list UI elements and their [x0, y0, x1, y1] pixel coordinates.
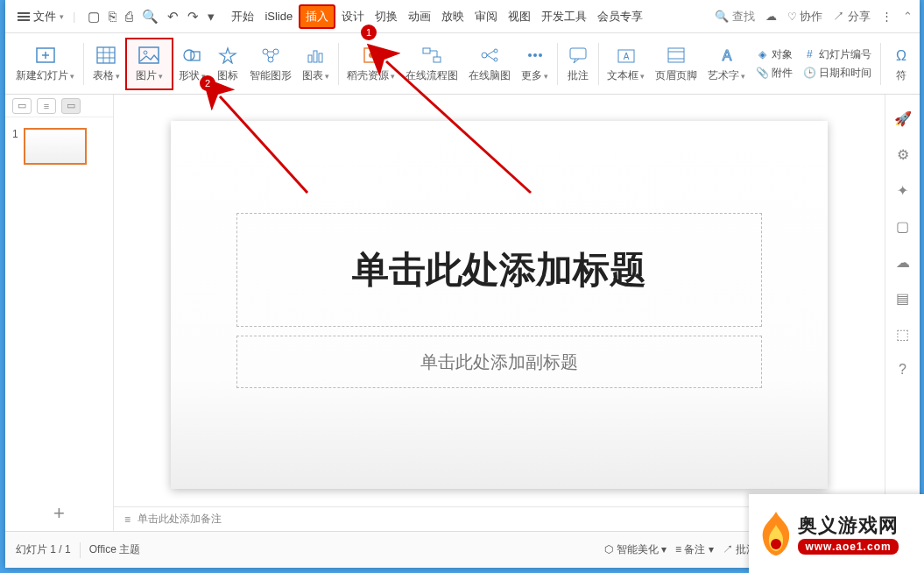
slidenum-button[interactable]: #幻灯片编号 [803, 47, 871, 62]
mindmap-button[interactable]: 在线脑图 [463, 38, 516, 90]
rail-layers-icon[interactable]: ▢ [896, 218, 909, 235]
tab-view[interactable]: 视图 [504, 5, 535, 28]
canvas[interactable]: 单击此处添加标题 单击此处添加副标题 [114, 95, 885, 531]
title-placeholder[interactable]: 单击此处添加标题 [236, 213, 762, 327]
datetime-button[interactable]: 🕒日期和时间 [803, 66, 871, 81]
flowchart-button[interactable]: 在线流程图 [400, 38, 463, 90]
more-menu-icon[interactable]: ⋮ [881, 10, 892, 23]
picture-button[interactable]: 图片▾ [125, 38, 173, 90]
panel-tab-thumbnails[interactable]: ▭ [12, 98, 32, 114]
app-window: 文件 ▾ | ▢ ⎘ ⎙ 🔍 ↶ ↷ ▾ 开始 iSlide 插入 设计 切换 … [5, 0, 920, 568]
slide-panel: ▭ ≡ ▭ 1 + [5, 95, 114, 531]
add-slide-button[interactable]: + [5, 496, 113, 531]
quick-access-toolbar: ▢ ⎘ ⎙ 🔍 ↶ ↷ ▾ [88, 9, 215, 25]
svg-rect-22 [434, 57, 441, 62]
preview-icon[interactable]: 🔍 [142, 9, 159, 25]
panel-tab-slides[interactable]: ▭ [61, 98, 81, 114]
subtitle-placeholder[interactable]: 单击此处添加副标题 [236, 336, 762, 388]
svg-point-27 [533, 53, 537, 57]
chart-button[interactable]: 图表▾ [297, 38, 335, 90]
panel-tab-outline[interactable]: ≡ [37, 98, 56, 114]
rail-help-icon[interactable]: ? [899, 362, 906, 378]
svg-rect-18 [319, 53, 322, 62]
tab-islide[interactable]: iSlide [260, 6, 297, 26]
ribbon-small-group-2: #幻灯片编号 🕒日期和时间 [798, 47, 877, 81]
callout-badge-2: 2 [200, 75, 215, 91]
textbox-icon: A [615, 44, 638, 67]
tab-transition[interactable]: 切换 [370, 5, 402, 28]
file-menu-button[interactable]: 文件 ▾ [12, 5, 69, 28]
wordart-button[interactable]: A 艺术字▾ [702, 38, 751, 90]
collab-button[interactable]: ♡ 协作 [787, 9, 822, 25]
icon-button[interactable]: 图标 [211, 38, 244, 90]
thumbnail-item[interactable]: 1 [12, 128, 106, 165]
comment-button[interactable]: 批注 [561, 38, 595, 90]
tab-slideshow[interactable]: 放映 [437, 5, 469, 28]
tab-devtools[interactable]: 开发工具 [537, 5, 591, 28]
tab-design[interactable]: 设计 [337, 5, 369, 28]
smartart-button[interactable]: 智能图形 [244, 38, 297, 90]
symbol-button[interactable]: Ω 符 [885, 38, 914, 90]
undo-icon[interactable]: ↶ [167, 9, 179, 25]
search-box[interactable]: 🔍 查找 [715, 9, 755, 25]
smartart-label: 智能图形 [250, 68, 292, 83]
headerfooter-button[interactable]: 页眉页脚 [650, 38, 702, 90]
docer-button[interactable]: 稻壳资源▾ [342, 38, 400, 90]
svg-rect-29 [570, 48, 586, 59]
more-button[interactable]: 更多▾ [516, 38, 554, 90]
flowchart-label: 在线流程图 [406, 68, 458, 83]
new-slide-icon [34, 44, 57, 67]
new-slide-label: 新建幻灯片 [16, 68, 68, 83]
svg-point-25 [494, 58, 497, 61]
rail-cube-icon[interactable]: ⬚ [896, 326, 909, 343]
thumbnails-list: 1 [5, 117, 113, 496]
wordart-icon: A [716, 44, 738, 67]
table-button[interactable]: 表格▾ [88, 38, 125, 90]
svg-rect-21 [423, 48, 430, 53]
rail-rocket-icon[interactable]: 🚀 [894, 110, 912, 127]
share-button[interactable]: ↗ 分享 [833, 9, 871, 25]
slidenum-icon: # [803, 48, 815, 60]
wordart-label: 艺术字 [708, 68, 739, 83]
tab-start[interactable]: 开始 [227, 5, 258, 28]
headerfooter-icon [665, 44, 688, 67]
expand-icon[interactable]: ⌃ [903, 10, 913, 23]
qat-more-icon[interactable]: ▾ [208, 9, 215, 25]
svg-rect-16 [308, 55, 312, 62]
mindmap-label: 在线脑图 [469, 68, 511, 83]
svg-point-26 [528, 53, 532, 57]
svg-rect-32 [668, 48, 684, 62]
redo-icon[interactable]: ↷ [187, 9, 199, 25]
rail-cloud-icon[interactable]: ☁ [896, 254, 910, 271]
textbox-label: 文本框 [607, 68, 638, 83]
slide: 单击此处添加标题 单击此处添加副标题 [171, 121, 828, 489]
svg-point-20 [369, 53, 374, 58]
rail-template-icon[interactable]: ▤ [896, 290, 909, 307]
new-slide-button[interactable]: 新建幻灯片▾ [11, 38, 80, 90]
save-as-icon[interactable]: ⎘ [109, 9, 116, 25]
slide-counter: 幻灯片 1 / 1 [16, 542, 71, 557]
svg-point-13 [263, 49, 268, 54]
tab-member[interactable]: 会员专享 [593, 5, 647, 28]
rail-settings-icon[interactable]: ⚙ [897, 146, 909, 163]
object-button[interactable]: ◈对象 [756, 47, 793, 62]
ribbon-small-group: ◈对象 📎附件 [751, 47, 798, 81]
watermark-url: www.aoe1.com [798, 539, 899, 555]
print-icon[interactable]: ⎙ [125, 9, 133, 25]
save-icon[interactable]: ▢ [88, 9, 100, 25]
tab-animation[interactable]: 动画 [404, 5, 435, 28]
tab-insert[interactable]: 插入 [299, 4, 335, 29]
tab-review[interactable]: 审阅 [470, 5, 502, 28]
comment-icon [567, 44, 589, 67]
attach-icon: 📎 [756, 67, 768, 79]
cloud-icon[interactable]: ☁ [765, 10, 777, 23]
beautify-button[interactable]: ⬡ 智能美化 ▾ [604, 542, 667, 557]
rail-star-icon[interactable]: ✦ [897, 182, 908, 199]
notes-toggle[interactable]: ≡ 备注 ▾ [675, 542, 714, 557]
attach-button[interactable]: 📎附件 [756, 66, 793, 81]
theme-name: Office 主题 [89, 542, 140, 557]
picture-label: 图片 [136, 68, 157, 83]
docer-icon [360, 44, 383, 67]
textbox-button[interactable]: A 文本框▾ [602, 38, 650, 90]
right-rail: 🚀 ⚙ ✦ ▢ ☁ ▤ ⬚ ? [885, 95, 920, 531]
